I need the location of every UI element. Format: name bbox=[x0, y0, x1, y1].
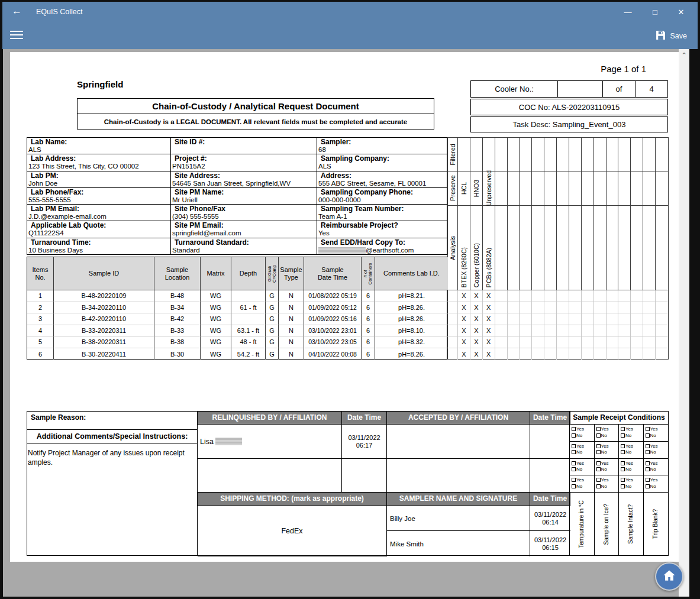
field-value: 555 ABC Street, Sesame, FL 00001 bbox=[317, 180, 448, 187]
save-button[interactable]: Save bbox=[656, 29, 688, 43]
checkbox-icon bbox=[596, 427, 601, 431]
assay-mark-cell bbox=[607, 313, 619, 325]
info-cell: Site Phone/Fax(304) 555-5555 bbox=[171, 205, 317, 221]
maximize-button[interactable]: □ bbox=[645, 5, 665, 21]
items-cell: 6 bbox=[362, 290, 375, 302]
receipt-question-cell: Tempurature in °C bbox=[570, 493, 595, 556]
assay-mark-cell bbox=[495, 302, 508, 314]
assay-row-spacer bbox=[448, 325, 458, 337]
info-cell: Sampling Company Phone:000-000-0000 bbox=[317, 188, 448, 205]
assay-column-cell bbox=[631, 206, 643, 290]
field-value: 123 This Street, This City, CO 00002 bbox=[27, 163, 170, 170]
receipt-condition-cell: YesNo bbox=[570, 459, 595, 476]
checkbox-icon bbox=[646, 444, 650, 448]
assay-mark-cell bbox=[643, 348, 656, 360]
shipping-method-value: FedEx bbox=[198, 506, 387, 556]
assay-column-cell: HNO3 bbox=[470, 171, 483, 206]
assay-mark-cell bbox=[569, 348, 582, 360]
field-value: ALS bbox=[317, 163, 448, 170]
items-cell: B-30-20220411 bbox=[54, 348, 154, 360]
assay-mark-cell bbox=[520, 325, 532, 337]
scroll-up-icon[interactable]: ⌃ bbox=[679, 50, 689, 60]
assay-column-cell bbox=[544, 206, 557, 290]
receipt-condition-cell: YesNo bbox=[570, 425, 595, 442]
items-cell: G bbox=[266, 313, 279, 325]
assay-mark-cell bbox=[656, 336, 668, 348]
home-button[interactable] bbox=[655, 562, 683, 591]
app-title: EQuIS Collect bbox=[36, 8, 83, 16]
items-header-cell: Sample Location bbox=[154, 257, 201, 290]
assay-mark-cell bbox=[508, 348, 520, 360]
receipt-condition-cell: YesNo bbox=[570, 442, 595, 459]
assay-mark-cell bbox=[557, 336, 569, 348]
assay-mark-cell bbox=[631, 336, 643, 348]
field-label: Lab PM Email: bbox=[27, 205, 170, 213]
checkbox-icon bbox=[646, 467, 650, 471]
checkbox-icon bbox=[646, 461, 650, 465]
menu-icon[interactable] bbox=[10, 31, 23, 40]
checkbox-icon bbox=[572, 433, 576, 438]
sampler-name: Billy Joe bbox=[387, 506, 530, 531]
assay-mark-cell bbox=[544, 336, 557, 348]
close-button[interactable]: ✕ bbox=[671, 5, 691, 21]
assay-mark-cell bbox=[643, 290, 656, 302]
items-cell: B-48 bbox=[154, 290, 201, 302]
field-value: 10 Business Days bbox=[27, 247, 170, 254]
checkbox-icon bbox=[572, 427, 576, 431]
assay-mark-cell bbox=[607, 325, 619, 337]
minimize-button[interactable]: — bbox=[618, 5, 638, 21]
receipt-condition-cell: YesNo bbox=[595, 459, 620, 476]
assay-column-cell bbox=[594, 138, 607, 171]
field-label: Sampling Company: bbox=[317, 155, 448, 163]
items-header-cell: G=Grab C=Comp bbox=[266, 257, 279, 290]
assay-mark-cell bbox=[508, 313, 520, 325]
sampler-signature-header: SAMPLER NAME AND SIGNATURE bbox=[387, 493, 530, 506]
assay-mark-cell: X bbox=[458, 313, 470, 325]
assay-column-cell bbox=[607, 138, 619, 171]
assay-column-cell bbox=[582, 206, 594, 290]
receipt-condition-cell: YesNo bbox=[619, 475, 644, 493]
field-value: Standard bbox=[171, 247, 317, 254]
assay-mark-cell bbox=[594, 348, 607, 360]
items-cell: 4 bbox=[27, 325, 54, 337]
assay-mark-cell bbox=[656, 348, 668, 360]
back-button[interactable]: ← bbox=[12, 5, 22, 17]
items-cell: 01/09/2022 05:16 bbox=[304, 313, 362, 325]
receipt-condition-cell: YesNo bbox=[595, 442, 620, 459]
items-cell: G bbox=[266, 325, 279, 337]
assay-column-cell: Unpreserved bbox=[483, 171, 495, 206]
assay-mark-cell bbox=[508, 336, 520, 348]
items-cell: N bbox=[279, 348, 304, 360]
vertical-scrollbar[interactable]: ⌃ bbox=[679, 49, 689, 597]
assay-mark-cell bbox=[520, 290, 532, 302]
assay-column-cell bbox=[569, 171, 582, 206]
sampler-datetime: 03/11/2022 06:14 bbox=[530, 506, 570, 531]
checkbox-icon bbox=[572, 450, 576, 454]
field-value: Mr Uriell bbox=[171, 196, 317, 204]
assay-mark-cell: X bbox=[483, 290, 495, 302]
assay-mark-cell bbox=[532, 290, 544, 302]
receipt-questions: Tempurature in °CSample on Ice?Sample In… bbox=[570, 493, 668, 556]
field-label: Lab Address: bbox=[27, 155, 170, 163]
items-cell: 48 - ft bbox=[231, 336, 266, 348]
document-subtitle: Chain-of-Custody is a LEGAL DOCUMENT. Al… bbox=[77, 114, 434, 129]
receipt-condition-cell: YesNo bbox=[570, 475, 595, 493]
items-cell: 6 bbox=[362, 302, 375, 314]
sampler-name: Mike Smith bbox=[387, 531, 530, 556]
receipt-question-label: Trip Blank? bbox=[652, 509, 659, 539]
items-cell: G bbox=[266, 336, 279, 348]
info-cell: Site ID #: bbox=[171, 138, 317, 154]
field-value: 000-000-0000 bbox=[317, 196, 448, 204]
assay-column-cell bbox=[631, 171, 643, 206]
assay-column-cell bbox=[495, 171, 508, 206]
assay-mark-cell: X bbox=[470, 290, 483, 302]
items-cell: 04/10/2022 00:08 bbox=[304, 348, 362, 360]
items-cell: 63.1 - ft bbox=[231, 325, 266, 337]
assay-band-label: Preserve bbox=[448, 171, 458, 206]
cooler-total: 4 bbox=[636, 81, 667, 97]
assay-mark-cell bbox=[607, 348, 619, 360]
field-label: Site Phone/Fax bbox=[171, 205, 317, 213]
checkbox-icon bbox=[646, 433, 650, 438]
info-cell: Lab Address:123 This Street, This City, … bbox=[27, 154, 171, 171]
info-cell: Turnaround Time:10 Business Days bbox=[27, 238, 171, 255]
